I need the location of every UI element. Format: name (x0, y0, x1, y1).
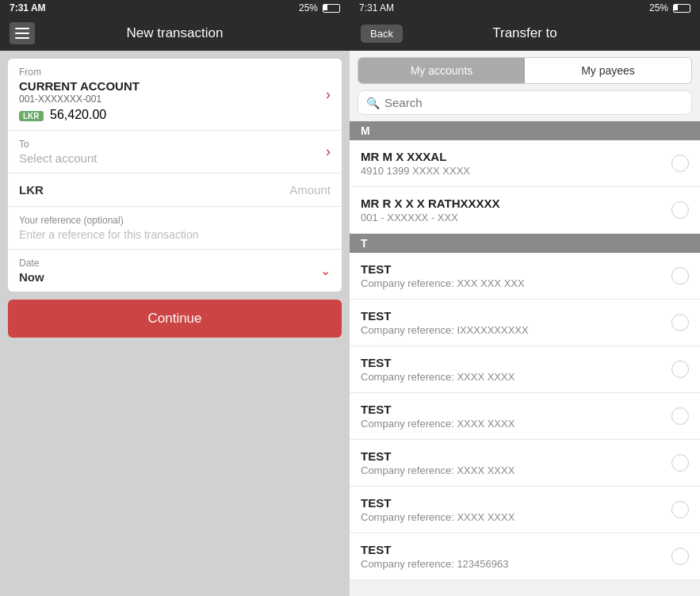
right-nav-header: Back Transfer to (350, 16, 700, 51)
list-item-content: TESTCompany reference: IXXXXXXXXXX (361, 309, 665, 336)
from-chevron-icon: › (326, 86, 331, 103)
list-item[interactable]: TESTCompany reference: 123456963 (350, 533, 700, 580)
left-status-bar: 7:31 AM 25% (0, 0, 350, 16)
list-item[interactable]: TESTCompany reference: XXXX XXXX (350, 393, 700, 440)
list-item[interactable]: TESTCompany reference: XXXX XXXX (350, 346, 700, 393)
list-item[interactable]: TESTCompany reference: XXXX XXXX (350, 440, 700, 487)
section-header-M: M (350, 121, 700, 140)
right-panel: 7:31 AM 25% Back Transfer to My accounts… (350, 0, 700, 596)
back-button[interactable]: Back (361, 25, 403, 43)
date-chevron-icon: ⌄ (320, 263, 331, 278)
radio-button[interactable] (671, 501, 689, 518)
list-item-content: TESTCompany reference: XXXX XXXX (361, 356, 665, 383)
left-nav-header: New transaction (0, 16, 350, 51)
to-placeholder: Select account (19, 151, 326, 165)
radio-button[interactable] (671, 454, 689, 472)
continue-button[interactable]: Continue (8, 300, 342, 338)
section-header-T: T (350, 234, 700, 253)
transfer-list: MMR M X XXXAL4910 1399 XXXX XXXXMR R X X… (350, 121, 700, 596)
list-item[interactable]: TESTCompany reference: IXXXXXXXXXX (350, 300, 700, 346)
right-battery-icon (673, 4, 690, 13)
list-item-sub: Company reference: XXXX XXXX (361, 464, 665, 476)
lkr-badge: LKR (19, 111, 44, 121)
radio-button[interactable] (671, 267, 689, 285)
list-item-name: TEST (361, 543, 665, 556)
list-item[interactable]: TESTCompany reference: XXX XXX XXX (350, 253, 700, 300)
right-nav-title: Transfer to (492, 25, 557, 41)
from-account-name: CURRENT ACCOUNT (19, 79, 326, 93)
tab-my-payees[interactable]: My payees (525, 58, 691, 83)
left-battery-pct: 25% (299, 2, 318, 13)
from-row-content: From CURRENT ACCOUNT 001-XXXXXXX-001 LKR… (19, 67, 326, 122)
right-time: 7:31 AM (359, 2, 394, 13)
list-item[interactable]: MR M X XXXAL4910 1399 XXXX XXXX (350, 140, 700, 187)
to-row[interactable]: To Select account › (8, 131, 342, 174)
list-item-name: MR M X XXXAL (361, 150, 665, 163)
search-icon: 🔍 (366, 97, 380, 109)
date-label: Date (19, 258, 44, 269)
left-panel: 7:31 AM 25% New transaction From CURRENT… (0, 0, 350, 596)
to-chevron-icon: › (326, 143, 331, 160)
list-item-sub: Company reference: 123456963 (361, 558, 665, 570)
to-row-content: To Select account (19, 139, 326, 165)
list-item-sub: Company reference: XXXX XXXX (361, 511, 665, 523)
to-label: To (19, 139, 326, 150)
date-row[interactable]: Date Now ⌄ (8, 250, 342, 292)
list-item-sub: 4910 1399 XXXX XXXX (361, 165, 665, 177)
list-item-content: TESTCompany reference: XXXX XXXX (361, 449, 665, 476)
reference-label: Your reference (optional) (19, 215, 331, 226)
list-item-name: TEST (361, 449, 665, 463)
list-item-sub: Company reference: XXX XXX XXX (361, 277, 665, 289)
list-item[interactable]: MR R X X X RATHXXXXX001 - XXXXXX - XXX (350, 187, 700, 234)
menu-line-3 (15, 37, 29, 39)
radio-button[interactable] (671, 201, 689, 219)
from-label: From (19, 67, 326, 78)
left-nav-title: New transaction (127, 25, 224, 41)
from-balance: 56,420.00 (50, 108, 106, 121)
from-row[interactable]: From CURRENT ACCOUNT 001-XXXXXXX-001 LKR… (8, 59, 342, 131)
date-row-content: Date Now (19, 258, 44, 284)
list-item-content: TESTCompany reference: XXX XXX XXX (361, 262, 665, 289)
radio-button[interactable] (671, 314, 689, 331)
list-item-name: MR R X X X RATHXXXXX (361, 197, 665, 210)
list-item-sub: Company reference: XXXX XXXX (361, 418, 665, 430)
list-item-content: MR R X X X RATHXXXXX001 - XXXXXX - XXX (361, 197, 665, 224)
search-bar[interactable]: 🔍 (358, 90, 692, 115)
form-area: From CURRENT ACCOUNT 001-XXXXXXX-001 LKR… (8, 59, 342, 292)
reference-row[interactable]: Your reference (optional) Enter a refere… (8, 207, 342, 250)
right-status-bar: 7:31 AM 25% (350, 0, 700, 16)
list-item[interactable]: TESTCompany reference: XXXX XXXX (350, 487, 700, 533)
search-input[interactable] (384, 96, 683, 109)
left-battery-icon (323, 4, 340, 13)
list-item-sub: Company reference: XXXX XXXX (361, 371, 665, 383)
list-item-name: TEST (361, 403, 665, 416)
list-item-content: MR M X XXXAL4910 1399 XXXX XXXX (361, 150, 665, 177)
list-item-sub: 001 - XXXXXX - XXX (361, 212, 665, 224)
tab-bar: My accounts My payees (358, 57, 692, 84)
right-battery-pct: 25% (649, 2, 668, 13)
list-item-content: TESTCompany reference: XXXX XXXX (361, 403, 665, 430)
from-balance-row: LKR 56,420.00 (19, 108, 326, 122)
menu-button[interactable] (10, 22, 35, 44)
reference-placeholder: Enter a reference for this transaction (19, 228, 331, 241)
menu-line-1 (15, 28, 29, 29)
from-account-number: 001-XXXXXXX-001 (19, 94, 326, 105)
list-item-content: TESTCompany reference: XXXX XXXX (361, 496, 665, 523)
tab-my-accounts[interactable]: My accounts (358, 58, 525, 83)
radio-button[interactable] (671, 155, 689, 172)
date-value: Now (19, 270, 44, 284)
list-item-name: TEST (361, 309, 665, 323)
list-item-name: TEST (361, 356, 665, 369)
radio-button[interactable] (671, 361, 689, 378)
left-status-right: 25% (299, 2, 340, 13)
amount-placeholder: Amount (289, 183, 331, 197)
right-status-right: 25% (649, 2, 690, 13)
menu-line-2 (15, 32, 29, 34)
list-item-content: TESTCompany reference: 123456963 (361, 543, 665, 570)
radio-button[interactable] (671, 407, 689, 425)
list-item-name: TEST (361, 262, 665, 276)
radio-button[interactable] (671, 548, 689, 565)
currency-label: LKR (19, 183, 44, 197)
amount-row[interactable]: LKR Amount (8, 174, 342, 207)
left-time: 7:31 AM (10, 2, 46, 13)
